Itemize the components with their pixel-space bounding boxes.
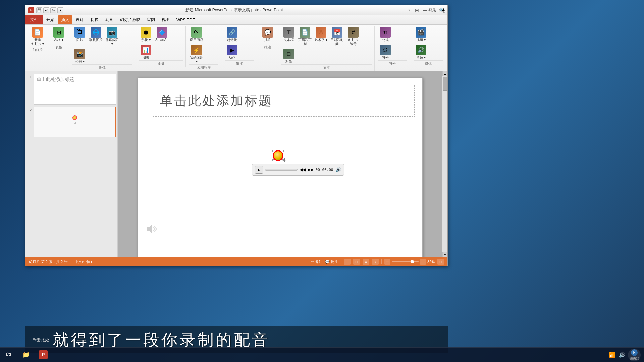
- wordart-button[interactable]: A 艺术字 ▾: [314, 26, 328, 47]
- zoom-controls: − + 82%: [384, 259, 435, 265]
- fit-to-window-btn[interactable]: ⊡: [437, 259, 444, 265]
- picture-button[interactable]: 🖼 图片: [72, 26, 87, 47]
- audio-volume-icon[interactable]: 🔊: [335, 167, 341, 172]
- title-bar: P 💾 ↩ ↪ ▾ 新建 Microsoft PowerPoint 演示文稿.p…: [25, 5, 447, 15]
- textbox-button[interactable]: T 文本框: [281, 26, 296, 47]
- audio-vol-down[interactable]: ◀◀: [300, 167, 306, 172]
- router-widget[interactable]: R 路由器: [628, 349, 641, 361]
- ribbon-media-items: 🎬 视频 ▾ 🔊 音频 ▾: [414, 26, 443, 60]
- video-button[interactable]: 🎬 视频 ▾: [414, 26, 428, 43]
- slide-thumb-title-1: 单击此处添加标题: [34, 74, 116, 85]
- reading-view-btn[interactable]: ≡: [363, 259, 369, 265]
- menu-transitions[interactable]: 切换: [87, 15, 102, 24]
- login-button[interactable]: 登录: [428, 8, 436, 13]
- taskbar-item-files[interactable]: 📁: [17, 348, 35, 362]
- menu-home[interactable]: 开始: [43, 15, 58, 24]
- redo-button[interactable]: ↪: [50, 7, 56, 13]
- slide-thumbnail-2[interactable]: ◀: [34, 107, 116, 137]
- menu-review[interactable]: 审阅: [144, 15, 158, 24]
- hyperlink-label: 超链接: [227, 38, 237, 42]
- help-button[interactable]: ?: [405, 7, 413, 13]
- myapps-button[interactable]: ⚡ 我的应用 ▾: [189, 44, 204, 64]
- ribbon-collapse[interactable]: ▲: [439, 5, 447, 14]
- slide-panel: 1 单击此处添加标题 2 ◀: [25, 71, 118, 257]
- audio-vol-up[interactable]: ▶▶: [308, 167, 314, 172]
- slide-sorter-btn[interactable]: ⊟: [353, 259, 360, 265]
- appstore-button[interactable]: 🛍 应用商店: [189, 26, 204, 43]
- slideshow-btn[interactable]: ▷: [372, 259, 379, 265]
- scroll-track[interactable]: [442, 76, 447, 252]
- symbol-icon: Ω: [380, 45, 391, 55]
- svg-marker-0: [147, 224, 152, 234]
- formula-label: 公式: [382, 38, 389, 42]
- audio-play-button[interactable]: ▶: [255, 166, 263, 174]
- scroll-down-button[interactable]: ▼: [442, 252, 447, 257]
- menu-slideshow[interactable]: 幻灯片放映: [117, 15, 144, 24]
- undo-button[interactable]: ↩: [43, 7, 49, 13]
- slide-number-2: 2: [27, 107, 32, 112]
- audio-controls-bar: ▶ ◀◀ ▶▶ 00:00.00 🔊: [252, 164, 344, 176]
- symbol-label: 符号: [382, 56, 389, 60]
- slide-2-audio-preview: ◀: [72, 115, 77, 129]
- new-slide-icon: 📄: [32, 27, 43, 38]
- comment-button[interactable]: 💬 批注: [260, 26, 275, 44]
- object-button[interactable]: □ 对象: [281, 48, 296, 64]
- menu-view[interactable]: 视图: [158, 15, 173, 24]
- zoom-in-button[interactable]: +: [420, 259, 426, 265]
- action-button[interactable]: ▶ 动作: [225, 44, 239, 60]
- notes-btn[interactable]: ✏ 备注: [311, 259, 322, 264]
- menu-insert[interactable]: 插入: [58, 15, 72, 24]
- menu-wpspdf[interactable]: WPS PDF: [173, 15, 198, 24]
- datetime-label: 日期和时间: [330, 38, 344, 46]
- ribbon-toggle[interactable]: ⊟: [413, 7, 421, 13]
- table-button[interactable]: ⊞ 表格 ▾: [51, 26, 66, 44]
- picture-icon: 🖼: [74, 27, 85, 38]
- audio-button[interactable]: 🔊 音频 ▾: [414, 44, 428, 60]
- scroll-thumb[interactable]: [443, 77, 447, 90]
- album-button[interactable]: 📸 相册 ▾: [72, 48, 87, 64]
- taskbar-item-explorer[interactable]: 🗂: [0, 348, 17, 362]
- ribbon-group-links: 🔗 超链接 ▶ 动作 链接: [222, 26, 257, 67]
- canvas-area[interactable]: 单击此处添加标题 ✛: [118, 71, 442, 257]
- volume-icon[interactable]: 🔊: [619, 352, 625, 358]
- menu-design[interactable]: 设计: [72, 15, 87, 24]
- slide-2-line: [75, 126, 75, 129]
- formula-button[interactable]: π 公式: [378, 26, 393, 43]
- new-slide-button[interactable]: 📄 新建幻灯片 ▾: [30, 26, 45, 47]
- menu-file[interactable]: 文件: [25, 15, 43, 24]
- save-button[interactable]: 💾: [36, 7, 42, 13]
- taskbar-item-powerpoint[interactable]: P: [35, 348, 52, 362]
- taskbar-right: 📶 🔊 R 路由器: [609, 349, 644, 361]
- customize-button[interactable]: ▾: [57, 7, 63, 13]
- menu-animations[interactable]: 动画: [102, 15, 117, 24]
- slide-canvas[interactable]: 单击此处添加标题 ✛: [138, 78, 423, 257]
- zoom-slider[interactable]: [392, 261, 419, 262]
- ribbon-illustrations-items: ⬟ 形状 ▾ 🔷 SmartArt 📊 图表: [139, 26, 183, 60]
- ribbon-text-items: T 文本框 📄 页眉和页脚 A 艺术字 ▾ 📅 日期和时间: [281, 26, 372, 64]
- symbol-button[interactable]: Ω 符号: [378, 44, 393, 60]
- ribbon-group-label-comments: 批注: [260, 44, 275, 50]
- hyperlink-button[interactable]: 🔗 超链接: [225, 26, 239, 43]
- online-picture-button[interactable]: 🌐 联机图片: [89, 26, 103, 47]
- zoom-out-button[interactable]: −: [384, 259, 390, 265]
- header-footer-button[interactable]: 📄 页眉和页脚: [298, 26, 312, 47]
- scroll-up-button[interactable]: ▲: [442, 71, 447, 76]
- audio-object[interactable]: ✛: [273, 150, 283, 161]
- chart-button[interactable]: 📊 图表: [139, 44, 153, 60]
- shapes-button[interactable]: ⬟ 形状 ▾: [139, 26, 153, 43]
- slide-thumbnail-1[interactable]: 单击此处添加标题: [34, 74, 116, 105]
- status-sep-2: [341, 259, 341, 264]
- datetime-button[interactable]: 📅 日期和时间: [330, 26, 344, 47]
- slidenum-button[interactable]: # 幻灯片编号: [346, 26, 361, 47]
- screenshot-button[interactable]: 📷 屏幕截图 ▾: [105, 26, 119, 47]
- ribbon-slides-items: 📄 新建幻灯片 ▾: [30, 26, 45, 47]
- smartart-button[interactable]: 🔷 SmartArt: [155, 26, 169, 43]
- normal-view-btn[interactable]: ⊞: [344, 259, 351, 265]
- chart-icon: 📊: [141, 45, 151, 55]
- network-icon[interactable]: 📶: [609, 352, 616, 358]
- comment-label: 批注: [264, 38, 271, 42]
- title-placeholder[interactable]: 单击此处添加标题: [153, 85, 415, 117]
- router-inner: R 路由器: [630, 349, 639, 361]
- comments-btn[interactable]: 💬 批注: [325, 259, 338, 264]
- audio-progress-bar[interactable]: [265, 169, 298, 171]
